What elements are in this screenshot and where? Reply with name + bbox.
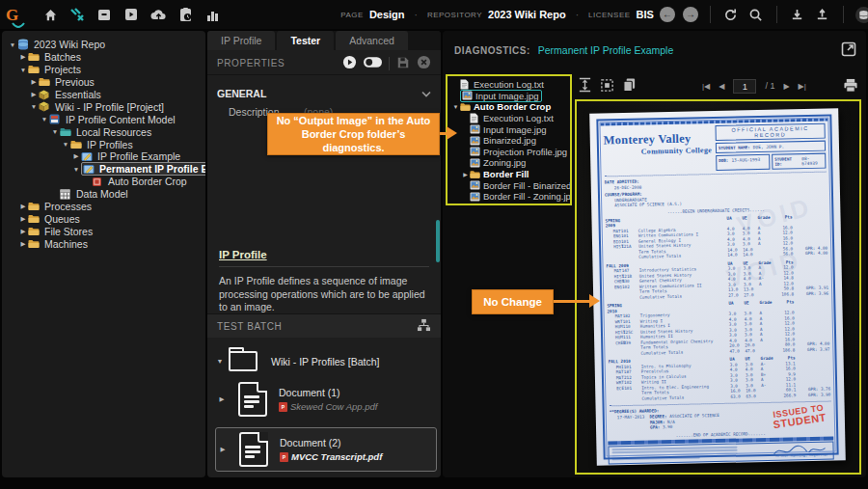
batch-hierarchy-icon[interactable] bbox=[417, 318, 431, 334]
expander-icon[interactable]: ▶ bbox=[71, 152, 81, 160]
diagnostic-file-border-fill[interactable]: ▶Border Fill bbox=[449, 169, 570, 180]
tree-item-auto-border-crop[interactable]: Auto Border Crop bbox=[2, 176, 205, 188]
tree-item-queues[interactable]: ▶Queues bbox=[2, 212, 205, 225]
search-icon[interactable] bbox=[747, 6, 765, 23]
print-icon[interactable] bbox=[843, 78, 858, 95]
tree-item-ip-profile-content-model[interactable]: ▼IP Profile Content Model bbox=[2, 113, 205, 125]
tree-item-label: 2023 Wiki Repo bbox=[34, 39, 105, 50]
stats-icon[interactable] bbox=[203, 6, 221, 23]
page-value[interactable]: Design bbox=[369, 9, 405, 20]
expander-icon[interactable]: ▶ bbox=[18, 240, 28, 248]
close-button[interactable] bbox=[417, 55, 431, 71]
expander-icon[interactable]: ▶ bbox=[218, 446, 228, 453]
tree-item-data-model[interactable]: Data Model bbox=[2, 188, 205, 201]
tree-item-file-stores[interactable]: ▶File Stores bbox=[2, 225, 205, 237]
tree-item-2023-wiki-repo[interactable]: ▼2023 Wiki Repo bbox=[2, 39, 205, 51]
expander-icon[interactable]: ▼ bbox=[18, 67, 28, 73]
forward-button[interactable]: → bbox=[683, 7, 698, 22]
major-value: N/A bbox=[667, 420, 675, 424]
refresh-icon[interactable] bbox=[722, 6, 740, 23]
fit-height-icon[interactable] bbox=[578, 77, 592, 95]
expander-icon[interactable]: ▶ bbox=[217, 395, 227, 403]
diagnostic-file-binarized-jpg[interactable]: Binarized.jpg bbox=[449, 135, 570, 147]
scrollbar-thumb[interactable] bbox=[436, 220, 440, 262]
home-icon[interactable] bbox=[41, 6, 59, 23]
tree-item-local-resources[interactable]: ▼Local Resources bbox=[2, 125, 205, 138]
tree-item-processes[interactable]: ▶Processes bbox=[2, 201, 205, 213]
diagnostic-file-projection-profile-jpg[interactable]: Projection Profile.jpg bbox=[449, 147, 570, 158]
region-select-icon[interactable] bbox=[600, 78, 614, 95]
upload-cloud-icon[interactable] bbox=[149, 6, 167, 23]
diagnostic-file-execution-log-txt[interactable]: Execution Log.txt bbox=[449, 79, 570, 91]
repo-icon bbox=[17, 40, 30, 50]
tree-item-ip-profile-example[interactable]: ▶IP Profile Example bbox=[2, 150, 205, 163]
diagnostic-file-zoning-jpg[interactable]: Zoning.jpg bbox=[449, 157, 570, 169]
tree-item-essentials[interactable]: ▶Essentials bbox=[2, 89, 205, 101]
import-icon[interactable] bbox=[789, 6, 806, 23]
expander-icon[interactable]: ▼ bbox=[215, 358, 225, 365]
tasks-icon[interactable] bbox=[176, 6, 194, 23]
expander-icon[interactable]: ▼ bbox=[8, 41, 17, 48]
tree-item-ip-profiles[interactable]: ▼IP Profiles bbox=[2, 138, 205, 150]
document-row-selected[interactable]: ▶ Document (2) PMVCC Transcript.pdf bbox=[215, 427, 437, 472]
expander-icon[interactable]: ▶ bbox=[18, 215, 28, 223]
diagnostic-file-border-fill-binarized-jpg[interactable]: Border Fill - Binarized.jpg bbox=[449, 179, 570, 191]
toggle-diagnostics-switch[interactable] bbox=[364, 57, 382, 69]
expander-icon[interactable]: ▶ bbox=[18, 228, 28, 235]
first-page-button[interactable]: |◀ bbox=[702, 82, 710, 91]
batch-root-row[interactable]: ▼ Wiki - IP Profiles [Batch] bbox=[215, 351, 441, 371]
expander-icon[interactable]: ▶ bbox=[18, 203, 28, 210]
repository-db-icon[interactable] bbox=[855, 7, 868, 23]
image-viewer[interactable]: VOID VOID Monterey Valley Community Coll… bbox=[575, 99, 861, 475]
export-icon[interactable] bbox=[814, 6, 831, 23]
expander-icon[interactable]: ▼ bbox=[29, 103, 39, 110]
diagnostics-node-link[interactable]: Permanent IP Profile Example bbox=[538, 44, 673, 56]
expander-icon[interactable]: ▼ bbox=[451, 104, 460, 110]
expander-icon[interactable]: ▼ bbox=[50, 128, 60, 135]
tree-item-label: Previous bbox=[55, 76, 95, 88]
back-button[interactable]: ← bbox=[660, 7, 675, 22]
expander-icon[interactable]: ▶ bbox=[461, 171, 470, 177]
run-test-button[interactable] bbox=[342, 55, 357, 71]
student-name-label: STUDENT NAME: bbox=[719, 145, 750, 150]
prev-page-button[interactable]: ◀ bbox=[719, 82, 724, 91]
batch-process-icon[interactable] bbox=[122, 6, 140, 23]
diagnostic-file-border-fill-zoning-jpg[interactable]: Border Fill - Zoning.jpg bbox=[449, 191, 570, 203]
licensee-label: LICENSEE bbox=[588, 11, 631, 19]
last-page-button[interactable]: ▶| bbox=[799, 82, 806, 91]
batches-icon[interactable] bbox=[95, 6, 113, 23]
open-external-icon[interactable] bbox=[841, 41, 856, 59]
tab-advanced[interactable]: Advanced bbox=[336, 31, 408, 50]
tree-item-batches[interactable]: ▶Batches bbox=[2, 51, 205, 64]
expander-icon[interactable]: ▼ bbox=[61, 141, 70, 148]
save-button[interactable] bbox=[396, 56, 410, 71]
document-row-partial[interactable] bbox=[215, 476, 437, 477]
tab-tester[interactable]: Tester bbox=[277, 31, 334, 50]
design-tools-icon[interactable] bbox=[68, 6, 86, 23]
chevron-down-icon[interactable] bbox=[421, 88, 431, 99]
dob-label: DOB: bbox=[719, 158, 728, 168]
expander-icon[interactable]: ▶ bbox=[29, 78, 39, 86]
diagnostic-file-auto-border-crop[interactable]: ▼Auto Border Crop bbox=[449, 101, 570, 113]
document-row[interactable]: ▶ Document (1) PSkewed Cow App.pdf bbox=[215, 378, 437, 421]
copy-pages-icon[interactable] bbox=[622, 77, 637, 95]
general-section-header[interactable]: GENERAL bbox=[207, 85, 441, 102]
repository-value[interactable]: 2023 Wiki Repo bbox=[488, 9, 566, 20]
tab-ip-profile[interactable]: IP Profile bbox=[207, 31, 275, 50]
tree-item-projects[interactable]: ▼Projects bbox=[2, 64, 205, 76]
expander-icon[interactable]: ▼ bbox=[40, 116, 49, 122]
next-page-button[interactable]: ▶ bbox=[783, 82, 789, 91]
diagnostic-file-execution-log-txt[interactable]: Execution Log.txt bbox=[449, 113, 570, 124]
diagnostic-file-input-image-jpg[interactable]: Input Image.jpg bbox=[449, 91, 570, 102]
tree-item-previous[interactable]: ▶Previous bbox=[2, 76, 205, 89]
expander-icon[interactable]: ▼ bbox=[71, 166, 81, 173]
expander-icon[interactable]: ▶ bbox=[18, 53, 28, 61]
tree-item-wiki-ip-profile-project-[interactable]: ▼Wiki - IP Profile [Project] bbox=[2, 100, 205, 113]
grooper-logo[interactable]: G bbox=[6, 7, 18, 23]
expander-icon[interactable]: ▶ bbox=[29, 91, 39, 98]
diagnostic-file-input-image-jpg[interactable]: Input Image.jpg bbox=[449, 123, 570, 135]
page-number-input[interactable]: 1 bbox=[733, 79, 756, 94]
tree-item-permanent-ip-profile-example[interactable]: ▼Permanent IP Profile Example bbox=[2, 163, 205, 176]
batch-folder-icon bbox=[229, 351, 258, 371]
tree-item-machines[interactable]: ▶Machines bbox=[2, 237, 205, 250]
